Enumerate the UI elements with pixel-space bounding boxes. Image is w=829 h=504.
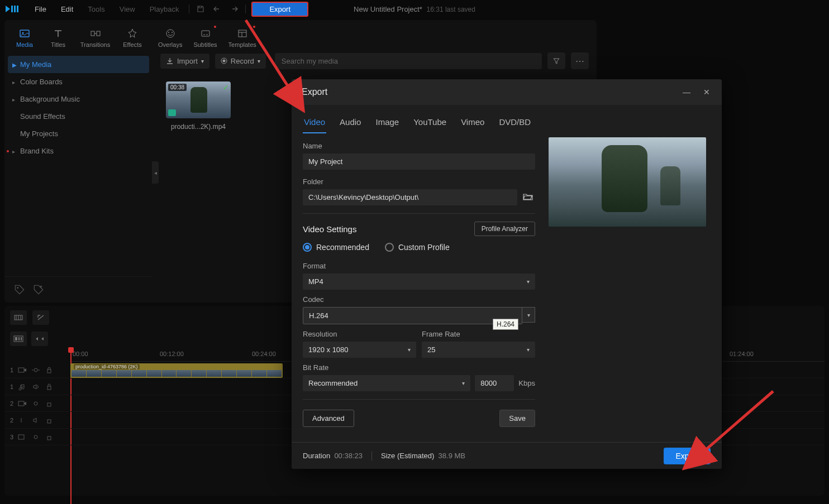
more-icon[interactable]: ⋯ (571, 52, 589, 69)
export-tabs: Video Audio Image YouTube Vimeo DVD/BD (303, 105, 535, 134)
tab-titles[interactable]: Titles (45, 25, 72, 51)
media-filename: producti...2K).mp4 (166, 123, 231, 131)
advanced-button[interactable]: Advanced (303, 410, 354, 427)
svg-point-10 (166, 30, 174, 37)
minimize-icon[interactable]: — (682, 88, 692, 97)
svg-point-11 (168, 32, 169, 33)
svg-rect-32 (47, 436, 51, 440)
framerate-select[interactable]: 25▾ (422, 342, 535, 358)
tab-vimeo[interactable]: Vimeo (460, 114, 485, 133)
svg-rect-13 (202, 31, 209, 36)
dialog-header: Export — ✕ (292, 79, 722, 105)
sidebar-item-color-boards[interactable]: ▸Color Boards (4, 73, 153, 90)
tag-icon[interactable] (13, 284, 26, 296)
search-input[interactable]: Search my media (275, 53, 542, 69)
svg-rect-28 (47, 403, 51, 406)
sidebar-item-my-media[interactable]: ▶My Media (8, 56, 149, 73)
media-item[interactable]: 00:38 ✓ producti...2K).mp4 (166, 81, 231, 131)
svg-rect-30 (18, 435, 24, 439)
filter-icon[interactable] (547, 52, 565, 69)
sidebar-item-sound-effects[interactable]: Sound Effects (4, 108, 153, 125)
tab-effects[interactable]: Effects (119, 25, 146, 51)
size-value: 38.9 MB (439, 452, 465, 460)
timeline-tool-1[interactable] (10, 310, 27, 325)
bitrate-mode-select[interactable]: Recommended▾ (303, 375, 470, 391)
check-icon: ✓ (223, 84, 228, 92)
tab-youtube[interactable]: YouTube (412, 114, 447, 133)
name-input[interactable] (303, 153, 535, 170)
export-button[interactable]: Export (664, 448, 711, 464)
export-menu-button[interactable]: Export (251, 2, 308, 17)
svg-rect-0 (11, 6, 13, 12)
export-dialog: Export — ✕ Video Audio Image YouTube Vim… (292, 79, 722, 469)
tab-image[interactable]: Image (374, 114, 400, 133)
tab-video[interactable]: Video (303, 114, 326, 133)
menu-view[interactable]: View (113, 3, 142, 16)
tab-overlays[interactable]: Overlays (156, 25, 184, 51)
project-title: New Untitled Project* 16:31 last saved (354, 5, 475, 13)
tab-subtitles[interactable]: Subtitles (191, 25, 219, 51)
svg-rect-22 (18, 368, 24, 372)
menu-tools[interactable]: Tools (81, 3, 111, 16)
format-select[interactable]: MP4▾ (303, 273, 535, 290)
browse-folder-icon[interactable] (521, 193, 535, 203)
sidebar-bottom (4, 276, 153, 303)
dialog-footer: Duration 00:38:23 Size (Estimated) 38.9 … (292, 442, 722, 469)
timeline-mode-2[interactable] (31, 332, 48, 346)
close-icon[interactable]: ✕ (702, 88, 712, 97)
folder-input[interactable] (303, 189, 517, 205)
svg-point-12 (171, 32, 173, 33)
svg-rect-25 (47, 386, 51, 390)
media-type-icon (168, 109, 176, 116)
last-saved: 16:31 last saved (427, 6, 475, 13)
tag-add-icon[interactable] (32, 284, 45, 296)
radio-recommended[interactable]: Recommended (303, 243, 369, 252)
menu-edit[interactable]: Edit (54, 3, 80, 16)
tab-templates[interactable]: Templates (226, 25, 259, 51)
resolution-select[interactable]: 1920 x 1080▾ (303, 342, 416, 358)
svg-point-27 (34, 402, 37, 405)
menu-file[interactable]: File (28, 3, 53, 16)
left-panel: Media Titles Transitions Effects ▶My Med… (4, 20, 153, 303)
framerate-label: Frame Rate (422, 330, 535, 338)
svg-rect-2 (17, 6, 18, 12)
svg-point-23 (34, 368, 37, 372)
svg-rect-8 (97, 31, 100, 36)
sidebar-item-bg-music[interactable]: ▸Background Music (4, 90, 153, 108)
codec-tooltip: H.264 (493, 319, 518, 330)
redo-icon[interactable] (227, 2, 241, 16)
sidebar-item-my-projects[interactable]: My Projects (4, 125, 153, 142)
tab-dvd[interactable]: DVD/BD (498, 114, 532, 133)
save-button[interactable]: Save (499, 410, 535, 427)
tab-transitions[interactable]: Transitions (78, 25, 112, 51)
svg-rect-14 (239, 30, 246, 37)
timeline-clip[interactable]: production_id-4763786 (2K) (70, 363, 283, 378)
bitrate-input[interactable] (475, 375, 514, 391)
svg-point-9 (17, 287, 18, 289)
radio-custom[interactable]: Custom Profile (385, 243, 450, 252)
panel-tabs: Media Titles Transitions Effects (4, 20, 153, 51)
clip-duration: 00:38 (168, 84, 187, 91)
codec-select[interactable]: H.264 (303, 307, 522, 324)
svg-rect-24 (47, 369, 51, 373)
svg-point-31 (34, 435, 37, 439)
undo-icon[interactable] (211, 2, 224, 16)
timeline-tool-2[interactable] (32, 310, 49, 325)
bitrate-unit: Kbps (518, 379, 535, 387)
resolution-label: Resolution (303, 330, 416, 338)
media-thumbnail: 00:38 ✓ (166, 81, 231, 118)
sidebar-item-brand-kits[interactable]: ▸Brand Kits (4, 142, 153, 160)
svg-rect-29 (47, 420, 51, 423)
codec-dropdown-button[interactable]: ▾ (522, 307, 535, 323)
save-icon[interactable] (194, 2, 207, 16)
svg-rect-7 (91, 31, 94, 36)
menu-playback[interactable]: Playback (143, 3, 186, 16)
record-button[interactable]: Record ▾ (215, 54, 266, 69)
profile-analyzer-button[interactable]: Profile Analyzer (474, 222, 535, 236)
import-button[interactable]: Import ▾ (160, 54, 209, 69)
tab-media[interactable]: Media (11, 25, 38, 51)
tab-audio[interactable]: Audio (339, 114, 362, 133)
timeline-mode-1[interactable] (10, 332, 27, 346)
project-name: New Untitled Project* (354, 5, 422, 13)
collapse-handle[interactable]: ◂ (152, 161, 159, 184)
